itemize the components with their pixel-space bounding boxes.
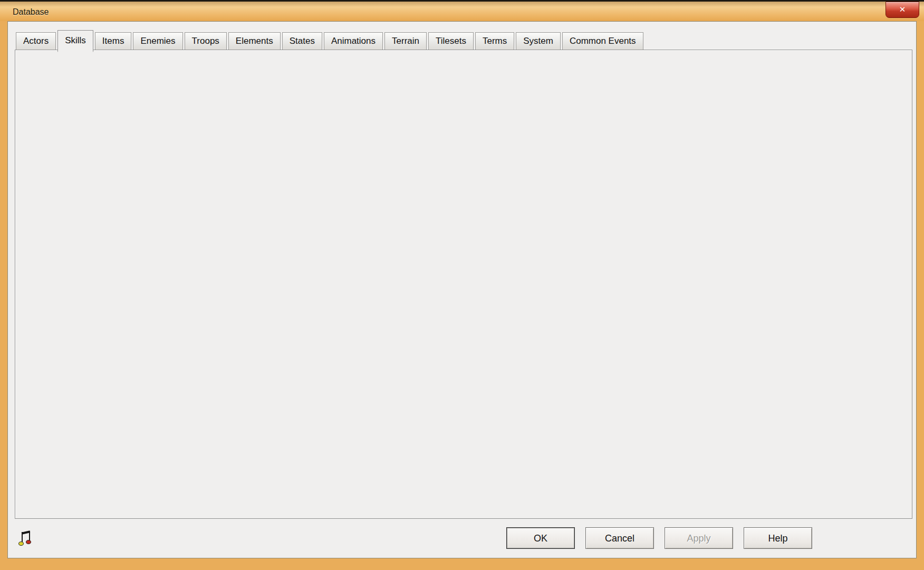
tab-system[interactable]: System	[516, 32, 561, 50]
window-title: Database	[13, 7, 49, 17]
tab-skills[interactable]: Skills	[57, 30, 93, 52]
tab-common-events[interactable]: Common Events	[562, 32, 643, 50]
tab-actors[interactable]: Actors	[16, 32, 56, 50]
music-note-icon	[18, 530, 34, 548]
help-button[interactable]: Help	[744, 527, 812, 549]
tab-bar: ActorsSkillsItemsEnemiesTroopsElementsSt…	[16, 32, 643, 50]
footer-buttons: OKCancelApplyHelp	[506, 527, 812, 549]
tab-terms[interactable]: Terms	[475, 32, 514, 50]
tab-tilesets[interactable]: Tilesets	[428, 32, 474, 50]
tab-elements[interactable]: Elements	[228, 32, 281, 50]
apply-button[interactable]: Apply	[665, 527, 733, 549]
tab-terrain[interactable]: Terrain	[384, 32, 427, 50]
skills-tab-page	[15, 50, 912, 519]
tab-troops[interactable]: Troops	[185, 32, 227, 50]
tab-enemies[interactable]: Enemies	[133, 32, 182, 50]
close-button[interactable]: ✕	[886, 2, 919, 18]
ok-button[interactable]: OK	[506, 527, 575, 549]
title-bar[interactable]: Database	[0, 0, 924, 21]
tab-states[interactable]: States	[282, 32, 322, 50]
tab-items[interactable]: Items	[95, 32, 132, 50]
tab-animations[interactable]: Animations	[324, 32, 383, 50]
cancel-button[interactable]: Cancel	[585, 527, 654, 549]
close-icon: ✕	[899, 5, 906, 14]
